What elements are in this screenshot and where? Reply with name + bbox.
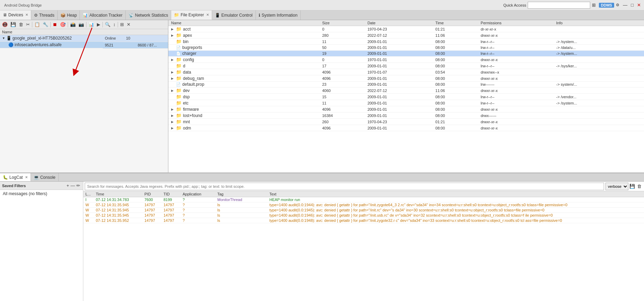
file-row[interactable]: ▶ 📁 data 4096 1970-01-07 03:54 drwxrwx--… — [168, 69, 644, 75]
file-row[interactable]: 📁 dsp 15 2009-01-01 08:00 lrw-r--r-- -> … — [168, 94, 644, 100]
expand-arrow[interactable]: ▶ — [171, 77, 175, 80]
file-name-cell: ▶ 📁 apex — [168, 32, 319, 39]
log-row[interactable]: I 07-12 14:31:34.783 7600 8199 ? Monitor… — [83, 197, 644, 202]
window-maximize[interactable]: □ — [629, 1, 635, 9]
toolbar-btn-4[interactable]: ✂ — [25, 22, 31, 27]
file-icon: 📄 — [176, 45, 181, 50]
bottom-tab-logcat[interactable]: 🐛 LogCat ✕ — [0, 173, 31, 181]
log-level: W — [83, 213, 94, 218]
file-row[interactable]: ▶ 📁 odm 4096 2009-01-01 08:00 drwxr-xr-x — [168, 125, 644, 131]
window-close[interactable]: ✕ — [635, 1, 643, 9]
expand-arrow[interactable]: ▶ — [171, 58, 175, 61]
expand-arrow[interactable]: ▶ — [171, 27, 175, 31]
file-size: 0 — [319, 57, 365, 63]
tab-file-close[interactable]: ✕ — [206, 13, 209, 17]
file-table-body: ▶ 📁 acct 0 1970-04-23 01:21 dr-xr-xr-x ▶… — [168, 26, 644, 131]
tab-heap[interactable]: 📦 Heap — [58, 10, 80, 20]
logcat-tab-close[interactable]: ✕ — [25, 175, 28, 179]
file-row[interactable]: ▶ 📁 acct 0 1970-04-23 01:21 dr-xr-xr-x — [168, 26, 644, 32]
toolbar-btn-stop[interactable]: ⏹ — [51, 22, 59, 27]
toolbar-btn-sort[interactable]: ↕ — [112, 22, 117, 27]
file-row[interactable]: ▶ 📁 mnt 260 1970-04-23 01:21 drwxr-xr-x — [168, 119, 644, 125]
expand-arrow[interactable]: ▶ — [171, 89, 175, 92]
tab-allocation[interactable]: 📊 Allocation Tracker — [80, 10, 125, 20]
toolbar-btn-1[interactable]: 📵 — [1, 22, 9, 27]
file-row[interactable]: 📄 bugreports 50 2009-01-01 08:00 lrw-r--… — [168, 45, 644, 51]
log-row[interactable]: W 07-12 14:31:35.945 14797 14797 ? ls ty… — [83, 213, 644, 218]
log-time: 07-12 14:31:34.783 — [94, 197, 142, 202]
log-level: W — [83, 208, 94, 213]
tab-sysinfo[interactable]: ℹ System Information — [256, 10, 301, 20]
tab-devices-close[interactable]: ✕ — [25, 13, 28, 17]
file-time: 08:00 — [433, 106, 478, 112]
file-name-cell: 📁 etc — [168, 100, 319, 106]
toolbar-btn-layout[interactable]: ⊞ — [119, 22, 125, 27]
allocation-tab-icon: 📊 — [83, 13, 88, 18]
file-row[interactable]: ▶ 📁 firmware 4096 2009-01-01 08:00 drwxr… — [168, 106, 644, 112]
file-perms: drwxr-xr-x — [478, 87, 553, 94]
toolbar-btn-2[interactable]: 💾 — [9, 22, 17, 27]
log-save-btn[interactable]: 💾 — [628, 184, 636, 189]
toolbar-sep-2 — [50, 22, 51, 27]
file-name-cell: 📄 bugreports — [168, 45, 319, 51]
tab-network-label: Network Statistics — [135, 13, 168, 18]
tab-file-explorer[interactable]: 📁 File Explorer ✕ — [171, 10, 212, 20]
tab-network[interactable]: 📡 Network Statistics — [126, 10, 171, 20]
log-row[interactable]: W 07-12 14:31:35.945 14797 14797 ? ls ty… — [83, 202, 644, 208]
file-row[interactable]: 📁 etc 11 2009-01-01 08:00 lrw-r--r-- -> … — [168, 100, 644, 106]
toolbar-btn-7[interactable]: 🎯 — [59, 22, 67, 27]
toolbar-btn-close[interactable]: ✕ — [125, 22, 132, 27]
filter-all-messages[interactable]: All messages (no filters) — [0, 190, 83, 198]
toolbar-btn-camera[interactable]: 📷 — [77, 22, 85, 27]
quick-access-input[interactable] — [528, 2, 590, 9]
toolbar-btn-graph[interactable]: 📊 — [87, 22, 95, 27]
expand-arrow[interactable]: ▶ — [171, 34, 175, 37]
log-search-input[interactable] — [85, 183, 604, 190]
file-perms: drwxr-xr-x — [478, 119, 553, 125]
edit-filter-btn[interactable]: ✏ — [76, 183, 81, 188]
add-filter-btn[interactable]: + — [66, 183, 70, 188]
log-tid: 14797 — [161, 218, 181, 223]
toolbar-btn-screenshot[interactable]: 📸 — [69, 22, 77, 27]
file-row[interactable]: 📄 charger 19 2009-01-01 08:00 lrw-r--r--… — [168, 51, 644, 57]
file-row[interactable]: ▶ 📁 config 0 1970-01-01 08:00 drwxr-xr-x — [168, 57, 644, 63]
file-name-cell: 📁 bin — [168, 39, 319, 45]
file-row[interactable]: ▶ 📁 apex 280 2022-07-12 11:06 drwxr-xr-x — [168, 32, 644, 39]
expand-arrow[interactable]: ▶ — [171, 126, 175, 130]
tab-devices[interactable]: 🖥 Devices ✕ — [0, 10, 31, 20]
window-settings[interactable]: ⚙ — [614, 2, 621, 8]
log-row[interactable]: W 07-12 14:31:35.952 14797 14797 ? ls ty… — [83, 218, 644, 223]
file-row[interactable]: 📁 bin 11 2009-01-01 08:00 lrw-r--r-- -> … — [168, 39, 644, 45]
expand-arrow[interactable]: ▶ — [171, 70, 175, 74]
tab-threads[interactable]: ⚙ Threads — [31, 10, 58, 20]
tab-emulator[interactable]: 📱 Emulator Control — [212, 10, 256, 20]
toolbar-btn-search[interactable]: 🔍 — [103, 22, 112, 27]
layout-btn-1[interactable]: ⊞ — [590, 1, 597, 9]
log-clear-btn[interactable]: 🗑 — [636, 184, 643, 189]
file-row[interactable]: ▶ 📁 dev 4060 2022-07-12 11:06 drwxr-xr-x — [168, 87, 644, 94]
toolbar-btn-play[interactable]: ▶ — [95, 22, 102, 27]
device-row-sub[interactable]: 🔵 infosecadventures.allsafe 9521 8600 / … — [0, 42, 168, 48]
log-table-container[interactable]: L... Time PID TID Application Tag Text I… — [83, 191, 644, 301]
toolbar-btn-5[interactable]: 📋 — [33, 22, 41, 27]
log-pid: 14797 — [142, 218, 161, 223]
toolbar-btn-3[interactable]: 🗑 — [17, 22, 25, 27]
expand-arrow[interactable]: ▶ — [171, 120, 175, 124]
bottom-tab-console[interactable]: 💻 Console — [31, 173, 59, 181]
file-row[interactable]: ▶ 📁 debug_ram 4096 2009-01-01 08:00 drwx… — [168, 75, 644, 82]
file-row[interactable]: 📁 d 17 2009-01-01 08:00 lrw-r--r-- -> /s… — [168, 63, 644, 69]
expand-arrow[interactable]: ▶ — [171, 114, 175, 117]
device-row-main[interactable]: ▼ 📱 google_pixel_xl-HT75B0205262 Online … — [0, 35, 168, 42]
log-row[interactable]: W 07-12 14:31:35.945 14797 14797 ? ls ty… — [83, 208, 644, 213]
verbose-select[interactable]: verbose debug info warn error — [605, 183, 628, 190]
file-time: 08:00 — [433, 82, 478, 87]
file-row[interactable]: 📄 default.prop 23 2009-01-01 08:00 lrw--… — [168, 82, 644, 87]
remove-filter-btn[interactable]: — — [70, 183, 76, 188]
file-row[interactable]: ▶ 📁 lost+found 16384 2009-01-01 08:00 dr… — [168, 112, 644, 119]
file-size: 16384 — [319, 112, 365, 119]
window-minimize[interactable]: — — [621, 1, 629, 9]
tab-sysinfo-label: System Information — [262, 13, 298, 18]
toolbar-btn-6[interactable]: 🔧 — [41, 22, 50, 27]
file-size: 4096 — [319, 75, 365, 82]
expand-arrow[interactable]: ▶ — [171, 108, 175, 111]
